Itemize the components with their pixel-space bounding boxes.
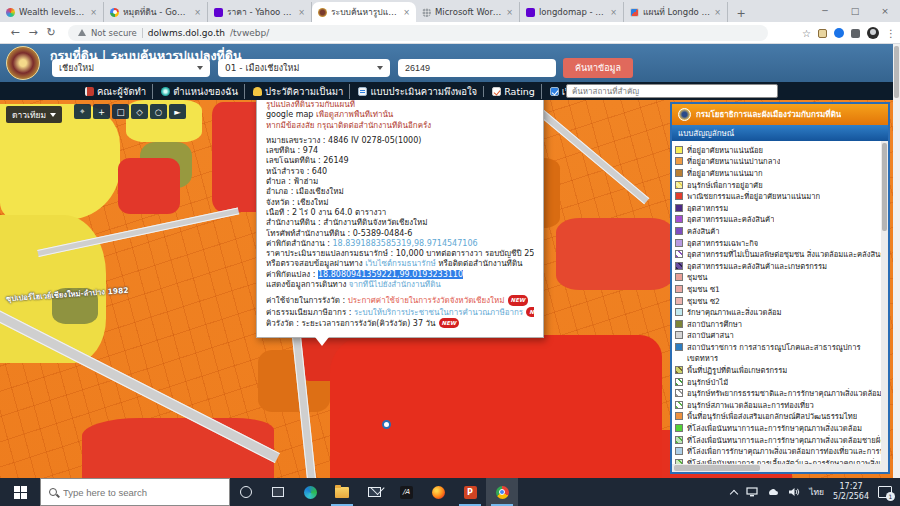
- map-tool-button[interactable]: ►: [169, 104, 186, 119]
- popup-line: หากมีข้อสงสัย กรุณาติดต่อสำนักงานที่ดินอ…: [266, 121, 534, 131]
- scrollbar-thumb[interactable]: [674, 465, 760, 471]
- popup-text: เพื่อดูสภาพพื้นที่เท่านั้น: [316, 110, 393, 119]
- extension-icon[interactable]: [851, 29, 860, 38]
- map-pin-icon[interactable]: [382, 420, 391, 429]
- close-tab-icon[interactable]: ×: [403, 8, 410, 17]
- legend-vertical-scrollbar[interactable]: [881, 141, 888, 466]
- province-select[interactable]: เชียงใหม่: [52, 59, 210, 77]
- dark-app-button[interactable]: /A: [390, 478, 422, 506]
- map-canvas[interactable]: ซุปเปอร์ไฮเวย์เชียงใหม่-ลำปาง 1982 ดาวเท…: [0, 100, 900, 478]
- minimize-button[interactable]: ─: [810, 0, 840, 22]
- powerpoint-button[interactable]: P: [454, 478, 486, 506]
- scrollbar-thumb[interactable]: [894, 46, 899, 98]
- legend-swatch: [675, 262, 683, 270]
- legend-swatch: [675, 343, 683, 351]
- map-tool-button[interactable]: ◇: [131, 104, 148, 119]
- legend-swatch: [675, 331, 683, 339]
- legend-item: อุตสาหกรรม: [675, 202, 886, 214]
- legend-swatch: [675, 169, 683, 177]
- menu-item[interactable]: คณะผู้จัดทำ: [85, 84, 146, 99]
- branch-select[interactable]: 01 - เมืองเชียงใหม่: [218, 59, 390, 77]
- legend-horizontal-scrollbar[interactable]: [672, 464, 888, 472]
- close-tab-icon[interactable]: ×: [714, 8, 721, 17]
- menu-item[interactable]: Rating: [483, 86, 535, 97]
- forward-button[interactable]: →: [24, 24, 42, 42]
- speaker-icon[interactable]: [788, 487, 800, 497]
- legend-item-label: อนุรักษ์เพื่อการอยู่อาศัย: [687, 179, 763, 191]
- browser-tab[interactable]: หมุดที่ดิน - Google Sear...×: [104, 2, 208, 22]
- start-button[interactable]: [0, 478, 40, 506]
- menu-item[interactable]: แบบประเมินความพึงพอใจ: [349, 84, 477, 99]
- legend-item: ที่อยู่อาศัยหนาแน่นมาก: [675, 167, 886, 179]
- tray-expand-icon[interactable]: [730, 489, 738, 497]
- firefox-button[interactable]: [422, 478, 454, 506]
- action-center-icon[interactable]: 1: [878, 486, 892, 498]
- map-tool-button[interactable]: ⌖: [74, 104, 91, 119]
- legend-item: พื้นที่อนุรักษ์เพื่อส่งเสริมเอกลักษณ์ศิล…: [675, 411, 886, 423]
- profile-avatar-icon[interactable]: [867, 27, 879, 39]
- legend-item-label: อุตสาหกรรมที่ไม่เป็นมลพิษต่อชุมชน สิ่งแว…: [687, 248, 886, 260]
- extension-icon[interactable]: [834, 28, 844, 38]
- file-explorer-button[interactable]: [326, 478, 358, 506]
- browser-tab[interactable]: ราคา - Yahoo Search R...×: [208, 2, 312, 22]
- bookmark-star-icon[interactable]: ☆: [802, 28, 811, 39]
- legend-swatch: [675, 366, 683, 374]
- browser-tab[interactable]: longdomap - Yahoo Se...×: [520, 2, 624, 22]
- reload-button[interactable]: ↻: [42, 24, 60, 42]
- place-search-input[interactable]: [566, 84, 778, 98]
- globe-icon: [161, 87, 170, 96]
- dark-app-icon: /A: [400, 486, 413, 499]
- longdo-icon: [630, 8, 639, 17]
- scrollbar-thumb[interactable]: [882, 143, 887, 231]
- chrome-button[interactable]: [486, 478, 518, 506]
- popup-text: หมายเลขระวาง : 4846 IV 0278-05(1000): [266, 136, 421, 145]
- parcel-number-input[interactable]: [398, 59, 556, 77]
- legend-swatch: [675, 146, 683, 154]
- language-indicator[interactable]: ไทย: [809, 485, 824, 499]
- taskbar-search-input[interactable]: [63, 487, 213, 498]
- close-tab-icon[interactable]: ×: [90, 8, 97, 17]
- popup-link[interactable]: จากที่นี่ไปยังสำนักงานที่ดิน: [349, 280, 441, 289]
- menu-item[interactable]: ประวัติความเป็นมา: [244, 84, 343, 99]
- close-window-button[interactable]: ×: [870, 0, 900, 22]
- popup-line: คิวรังวัด : ระยะเวลารอการรังวัด(คิวรังวั…: [266, 318, 534, 329]
- page-scrollbar[interactable]: [893, 44, 900, 478]
- satellite-layer-button[interactable]: ดาวเทียม: [6, 106, 62, 123]
- close-tab-icon[interactable]: ×: [610, 8, 617, 17]
- popup-link[interactable]: 18.8391883585319,98.9714547106: [333, 239, 478, 248]
- close-tab-icon[interactable]: ×: [506, 8, 513, 17]
- chevron-down-icon: [197, 66, 203, 70]
- close-tab-icon[interactable]: ×: [194, 8, 201, 17]
- back-button[interactable]: ←: [6, 24, 24, 42]
- display-icon[interactable]: [746, 487, 758, 497]
- popup-link[interactable]: ระบบให้บริการประชาชนในการคำนวณภาษีอากร: [354, 308, 523, 317]
- clock[interactable]: 17:27 5/2/2564: [833, 482, 869, 502]
- department-of-lands-logo: [6, 46, 40, 80]
- map-tool-button[interactable]: +: [93, 104, 110, 119]
- mail-button[interactable]: [358, 478, 390, 506]
- close-tab-icon[interactable]: ×: [298, 8, 305, 17]
- maximize-button[interactable]: □: [840, 0, 870, 22]
- map-tool-button[interactable]: ○: [150, 104, 167, 119]
- map-tool-button[interactable]: □: [112, 104, 129, 119]
- extension-icon[interactable]: [818, 29, 827, 38]
- popup-line: google map เพื่อดูสภาพพื้นที่เท่านั้น: [266, 110, 534, 120]
- popup-link[interactable]: เว็บไซต์กรมธนารักษ์: [365, 259, 436, 268]
- search-data-button[interactable]: ค้นหาข้อมูล: [563, 58, 633, 78]
- onedrive-cloud-icon[interactable]: [767, 488, 779, 497]
- not-secure-label: Not secure: [91, 28, 137, 38]
- menu-item[interactable]: ตำแหน่งของฉัน: [152, 84, 238, 99]
- new-tab-button[interactable]: +: [732, 4, 750, 22]
- browser-tab[interactable]: Microsoft Word - 1.doc×: [416, 2, 520, 22]
- browser-tab[interactable]: Wealth levels - introdu...×: [0, 2, 104, 22]
- browser-menu-icon[interactable]: ⋮: [886, 28, 896, 39]
- browser-tab[interactable]: แผนที่ Longdo Map และ...×: [624, 2, 728, 22]
- browser-tab[interactable]: ระบบค้นหารูปแปลงที่ดิน×: [312, 2, 416, 22]
- edge-button[interactable]: [294, 478, 326, 506]
- url-field[interactable]: Not secure dolwms.dol.go.th/tvwebp/: [68, 25, 768, 41]
- task-view-button[interactable]: [262, 478, 294, 506]
- taskbar-search[interactable]: [40, 478, 230, 506]
- cortana-button[interactable]: [230, 478, 262, 506]
- popup-link[interactable]: ประกาศค่าใช้จ่ายในการรังวัดจังหวัดเชียงใ…: [348, 296, 505, 305]
- legend-item: อุตสาหกรรมและคลังสินค้า: [675, 214, 886, 226]
